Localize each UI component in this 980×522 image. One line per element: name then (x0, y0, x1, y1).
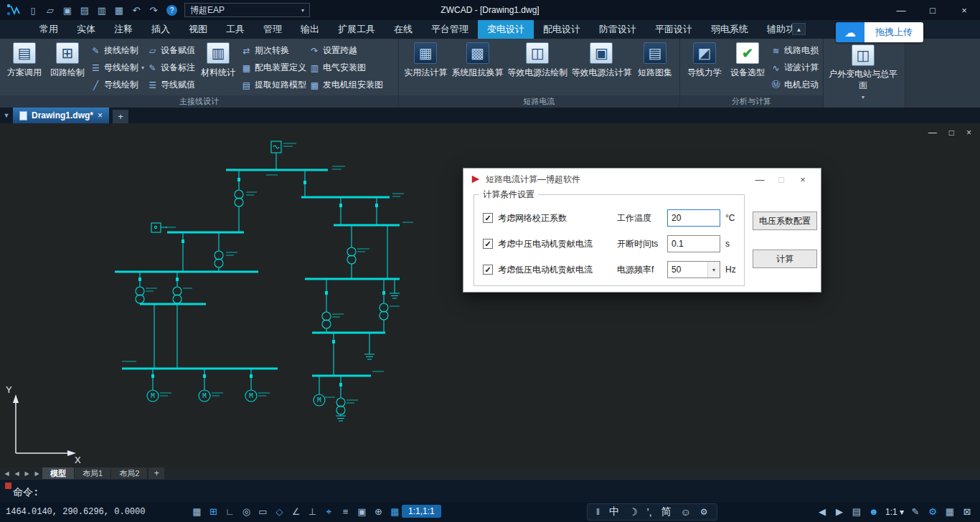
layout-tab-model[interactable]: 模型 (42, 468, 74, 479)
power-frequency-select[interactable]: 50 ▾ (667, 261, 720, 278)
grid-display-icon[interactable]: ⊞ (205, 504, 222, 519)
layout-tab-layout1[interactable]: 布局1 (75, 468, 110, 479)
device-label-button[interactable]: ✎设备标注 (147, 61, 195, 75)
lineweight-display-icon[interactable]: ≡ (337, 504, 354, 519)
mdi-restore-icon[interactable]: □ (949, 128, 954, 138)
doc-tab-close-icon[interactable]: × (98, 110, 103, 120)
save-as-icon[interactable]: ▤ (76, 2, 93, 18)
transparency-icon[interactable]: ▣ (354, 504, 370, 519)
undo-icon[interactable]: ↶ (128, 2, 145, 18)
mdi-close-icon[interactable]: × (966, 128, 971, 138)
scheme-call-button[interactable]: ▤ 方案调用 (4, 41, 44, 79)
workspace-settings-icon[interactable]: ⚙ (924, 504, 941, 519)
mdi-minimize-icon[interactable]: — (928, 128, 937, 138)
perpendicular-snap-icon[interactable]: ⊥ (304, 504, 321, 519)
minimize-button[interactable]: — (885, 1, 917, 19)
sheet-set-icon[interactable]: ▤ (848, 504, 865, 519)
next-tab-icon[interactable]: ▶ (831, 504, 848, 519)
tab-view[interactable]: 视图 (179, 20, 217, 39)
distribution-device-define-button[interactable]: ▦配电装置定义 (241, 61, 306, 75)
tab-insert[interactable]: 插入 (142, 20, 179, 39)
tab-manage[interactable]: 管理 (254, 20, 291, 39)
equivalent-source-draw-button[interactable]: ◫ 等效电源法绘制 (507, 41, 568, 79)
last-layout-icon[interactable]: ▶ (32, 470, 42, 477)
tab-online[interactable]: 在线 (385, 20, 422, 39)
dialog-title-bar[interactable]: 短路电流计算—博超软件 — □ × (463, 169, 821, 190)
tab-output[interactable]: 输出 (291, 20, 329, 39)
conductor-mechanics-button[interactable]: ◩ 导线力学 (684, 41, 725, 79)
save-icon[interactable]: ▣ (59, 2, 76, 18)
annotation-zoom-control[interactable]: 1:1 ▾ (882, 507, 907, 517)
tab-plane-design[interactable]: 平面设计 (646, 20, 702, 39)
motor-start-button[interactable]: Ⓜ电机启动 (771, 78, 819, 92)
first-layout-icon[interactable]: ◀ (2, 470, 11, 477)
maximize-button[interactable]: □ (917, 1, 948, 19)
harmonic-calc-button[interactable]: ∿谐波计算 (771, 61, 819, 75)
electrical-installation-button[interactable]: ▥电气安装图 (309, 61, 383, 75)
tab-substation-design[interactable]: 变电设计 (478, 20, 534, 39)
wiring-draw-button[interactable]: ✎接线绘制 (90, 44, 144, 57)
tab-annotate[interactable]: 注释 (105, 20, 142, 39)
prev-tab-icon[interactable]: ◀ (814, 504, 831, 519)
object-snap-icon[interactable]: ◇ (271, 504, 288, 519)
snap-mode-icon[interactable]: ∟ (222, 504, 238, 519)
busbar-draw-button[interactable]: ☰母线绘制▾ (90, 61, 144, 75)
device-assign-button[interactable]: ▱设备赋值 (147, 44, 195, 57)
drawing-canvas[interactable]: — □ × M M M M (0, 123, 980, 468)
new-file-icon[interactable]: ▯ (24, 2, 42, 18)
plugin-dropdown[interactable]: 博超EAP ▾ (184, 3, 310, 17)
network-correction-checkbox[interactable] (483, 213, 493, 223)
dialog-close-icon[interactable]: × (792, 174, 814, 185)
generator-installation-button[interactable]: ▦发电机组安装图 (309, 78, 383, 92)
conductor-assign-button[interactable]: ☰导线赋值 (147, 78, 195, 92)
equipment-selection-button[interactable]: ✔ 设备选型 (727, 41, 768, 79)
ime-fullwidth-toggle[interactable]: ☽ (628, 506, 638, 518)
tab-lightning-design[interactable]: 防雷设计 (590, 20, 646, 39)
material-statistics-button[interactable]: ▥ 材料统计 (198, 41, 238, 79)
conductor-draw-button[interactable]: ╱导线绘制 (90, 78, 144, 92)
ortho-mode-icon[interactable]: ▭ (255, 504, 271, 519)
crossing-setting-button[interactable]: ↷设置跨越 (309, 44, 383, 57)
dynamic-input-icon[interactable]: ▦ (387, 504, 403, 519)
angle-override-icon[interactable]: ∠ (288, 504, 304, 519)
mv-motor-contribution-checkbox[interactable] (483, 239, 493, 249)
close-button[interactable]: × (948, 1, 980, 19)
prev-layout-icon[interactable]: ◀ (12, 470, 22, 477)
tab-common[interactable]: 常用 (30, 20, 67, 39)
next-layout-icon[interactable]: ▶ (22, 470, 32, 477)
doc-tab-list-icon[interactable]: ▼ (0, 108, 13, 123)
ime-emoji-button[interactable]: ☺ (681, 506, 691, 518)
print-icon[interactable]: ▥ (93, 2, 110, 18)
work-temperature-input[interactable] (667, 209, 720, 227)
outdoor-substation-button[interactable]: ◫ 户外变电站与总平面 ▾ (824, 39, 903, 106)
practical-method-calc-button[interactable]: ▦ 实用法计算 (403, 41, 448, 79)
phase-convert-button[interactable]: ⇄期次转换 (241, 44, 306, 57)
user-profile-icon[interactable]: ☻ (865, 504, 882, 519)
ribbon-collapse-icon[interactable]: ▴ (792, 23, 806, 35)
equivalent-source-calc-button[interactable]: ▣ 等效电源法计算 (571, 41, 632, 79)
breaking-time-input[interactable] (667, 235, 720, 252)
ime-simplified-toggle[interactable]: 简 (661, 506, 672, 518)
dynamic-ucs-icon[interactable]: ⊕ (370, 504, 387, 519)
tab-tools[interactable]: 工具 (217, 20, 254, 39)
layout-tab-layout2[interactable]: 布局2 (111, 468, 147, 479)
short-circuit-atlas-button[interactable]: ▤ 短路图集 (635, 41, 675, 79)
tab-distribution-design[interactable]: 配电设计 (534, 20, 590, 39)
redo-icon[interactable]: ↷ (145, 2, 162, 18)
calculate-button[interactable]: 计算 (753, 250, 817, 268)
annotate-icon[interactable]: ✎ (907, 504, 924, 519)
drag-upload-button[interactable]: ☁ 拖拽上传 (836, 22, 923, 42)
dialog-minimize-icon[interactable]: — (749, 174, 771, 185)
ime-settings-icon[interactable]: ⚙ (700, 507, 708, 517)
annotation-scale-badge[interactable]: 1:1,1:1 (402, 505, 441, 518)
tab-express-tools[interactable]: 扩展工具 (329, 20, 385, 39)
tab-weak-current[interactable]: 弱电系统 (702, 20, 758, 39)
line-loss-button[interactable]: ≋线路电损 (771, 44, 819, 57)
help-icon[interactable]: ? (166, 5, 177, 16)
dialog-maximize-icon[interactable]: □ (771, 174, 792, 185)
polar-tracking-icon[interactable]: ◎ (238, 504, 255, 519)
object-snap-tracking-icon[interactable]: ⌖ (321, 504, 337, 519)
ime-language-toggle[interactable]: 中 (609, 506, 619, 518)
open-folder-icon[interactable]: ▱ (42, 2, 59, 18)
document-tab-drawing1[interactable]: Drawing1.dwg* × (13, 108, 109, 123)
